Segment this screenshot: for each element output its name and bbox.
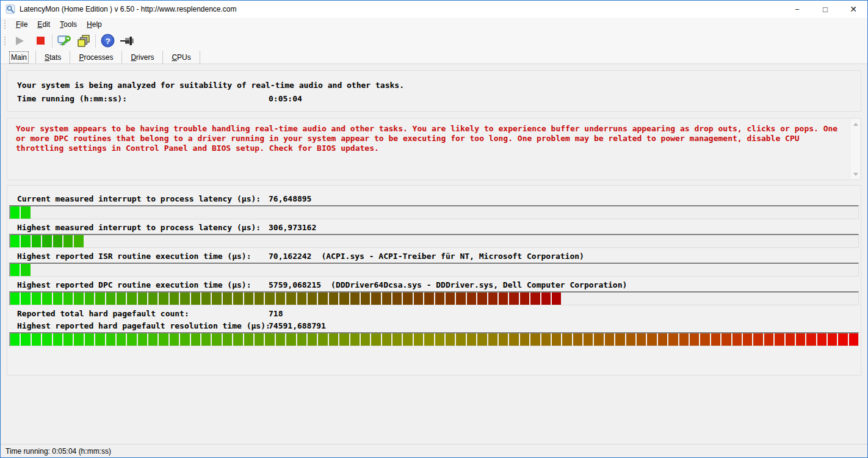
warning-scrollbar[interactable] (850, 119, 860, 179)
bar-segment (191, 293, 200, 305)
menu-help[interactable]: Help (82, 19, 107, 30)
bar-segment (244, 333, 253, 346)
pin-icon[interactable] (118, 32, 136, 49)
bar-segment (339, 333, 349, 346)
bar-segment (711, 333, 720, 346)
tab-stats[interactable]: Stats (36, 51, 70, 64)
bar-segment (392, 333, 402, 346)
tab-strip: Main Stats Processes Drivers CPUs (1, 51, 867, 64)
minimize-button[interactable]: − (783, 1, 811, 18)
bar-segment (21, 206, 30, 219)
close-button[interactable]: ✕ (839, 1, 867, 18)
bar-segment (786, 333, 795, 346)
tab-stats-label: Stats (45, 53, 61, 62)
bar-segment (21, 235, 30, 247)
stop-icon[interactable] (32, 32, 49, 49)
analyze-tool-icon[interactable] (56, 32, 73, 49)
measurement-value: 74591,688791 (269, 321, 326, 330)
tab-cpus[interactable]: CPUs (163, 51, 200, 64)
bar-segment (95, 293, 104, 305)
bar-segment (435, 333, 444, 346)
bar-segment (722, 333, 731, 346)
bar-segment (21, 264, 30, 276)
bar-segment (743, 333, 752, 346)
bar-segment (244, 293, 253, 305)
bar-segment (775, 333, 784, 346)
bar-segment (467, 293, 476, 305)
menu-tools[interactable]: Tools (55, 19, 82, 30)
bar-segment (403, 293, 412, 305)
bar-segment (212, 293, 221, 305)
measurement-label: Current measured interrupt to process la… (17, 193, 269, 205)
bar-segment (53, 235, 62, 247)
bar-segment (849, 333, 858, 346)
bar-segment (339, 293, 349, 305)
bar-segment (53, 333, 62, 346)
bar-segment (63, 333, 73, 346)
bar-segment (509, 293, 518, 305)
pagefault-bar (9, 332, 859, 346)
menu-file[interactable]: File (11, 19, 32, 30)
main-content: Your system is being analyzed for suitab… (1, 64, 867, 444)
bar-segment (148, 333, 157, 346)
bar-segment (424, 333, 433, 346)
bar-segment (42, 235, 51, 247)
bar-segment (286, 293, 295, 305)
tab-cpus-label: CPUs (172, 53, 190, 62)
isr-bar (9, 263, 859, 277)
status-bar: Time running: 0:05:04 (h:mm:ss) (1, 444, 867, 457)
scroll-down-icon[interactable] (850, 169, 861, 179)
copy-report-glyph (77, 34, 90, 48)
tab-processes[interactable]: Processes (70, 51, 122, 64)
dpc-bar (9, 291, 859, 305)
latency-bar-highest (9, 234, 859, 248)
bar-segment (573, 333, 582, 346)
bar-segment (796, 333, 805, 346)
measurement-row: Reported total hard pagefault count:718 (7, 308, 861, 319)
measurement-row: Current measured interrupt to process la… (7, 193, 861, 205)
bar-segment (95, 333, 104, 346)
measurement-label: Highest reported ISR routine execution t… (17, 250, 269, 262)
bar-segment (520, 333, 529, 346)
bar-segment (594, 333, 603, 346)
bar-segment (361, 293, 370, 305)
scroll-up-icon[interactable] (850, 119, 861, 129)
bar-segment (53, 293, 62, 305)
bar-segment (350, 293, 360, 305)
bar-segment (668, 333, 678, 346)
tab-main[interactable]: Main (2, 51, 36, 64)
measurement-extra: (ACPI.sys - ACPI-Treiber für NT, Microso… (321, 252, 584, 261)
bar-segment (63, 235, 73, 247)
bar-segment (392, 293, 402, 305)
help-glyph: ? (101, 34, 115, 48)
maximize-button[interactable]: □ (811, 1, 839, 18)
bar-segment (414, 293, 423, 305)
play-icon[interactable] (11, 32, 28, 49)
bar-segment (21, 293, 30, 305)
title-bar[interactable]: LatencyMon (Home Edition ) v 6.50 - http… (1, 1, 867, 18)
bar-segment (32, 293, 41, 305)
measurement-label: Highest measured interrupt to process la… (17, 222, 269, 233)
tab-processes-label: Processes (79, 53, 113, 62)
bar-segment (488, 293, 497, 305)
measurement-row: Highest reported ISR routine execution t… (7, 250, 861, 262)
warning-text: Your system appears to be having trouble… (7, 118, 861, 153)
measurement-row: Highest reported hard pagefault resoluti… (7, 320, 861, 332)
measurement-value: 5759,068215 (269, 280, 321, 289)
bar-segment (32, 235, 41, 247)
bar-segment (764, 333, 773, 346)
toolbar: ? (1, 31, 867, 51)
tab-drivers[interactable]: Drivers (122, 51, 163, 64)
bar-segment (212, 333, 221, 346)
menu-edit[interactable]: Edit (32, 19, 55, 30)
help-icon[interactable]: ? (99, 32, 116, 49)
measurement-label: Highest reported DPC routine execution t… (17, 279, 269, 291)
bar-segment (255, 333, 264, 346)
bar-segment (817, 333, 826, 346)
menu-bar: File Edit Tools Help (1, 18, 867, 31)
copy-report-icon[interactable] (75, 32, 92, 49)
bar-segment (127, 333, 136, 346)
bar-segment (74, 333, 83, 346)
bar-segment (456, 293, 465, 305)
pin-glyph (119, 35, 135, 47)
